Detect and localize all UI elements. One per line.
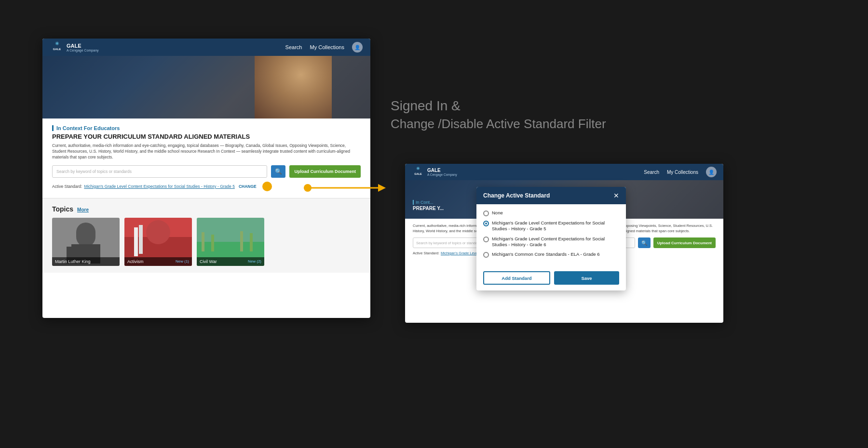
mlk-label: Martin Luther King [52, 257, 120, 266]
modal-close-button[interactable]: ✕ [613, 192, 619, 199]
add-standard-button[interactable]: Add Standard [483, 271, 550, 285]
radio-option-1[interactable]: Michigan's Grade Level Content Expectati… [483, 220, 619, 232]
modal-header: Change Active Standard ✕ [476, 187, 626, 204]
radio-option-none[interactable]: None [483, 210, 619, 216]
radio-option1-circle[interactable] [483, 221, 489, 226]
hero-person-image [255, 56, 332, 119]
radio-none-label: None [492, 210, 503, 216]
search-input-display[interactable]: Search by keyword of topics or standards [52, 165, 267, 178]
activism-new-link[interactable]: New (1) [176, 259, 189, 264]
right-gale-logo: ✳ GALE GALE A Cengage Company [412, 166, 457, 178]
nav-links: Search My Collections 👤 [285, 42, 363, 53]
civil-war-label: Civil War New (2) [197, 257, 264, 266]
white-section: Topics More Martin Luther King [42, 198, 370, 273]
active-standard-link[interactable]: Michigan's Grade Level Content Expectati… [84, 184, 235, 189]
nav-search-link[interactable]: Search [285, 44, 302, 50]
search-button[interactable]: 🔍 [271, 165, 285, 178]
topics-header: Topics More [52, 205, 361, 213]
arrow-container [304, 178, 400, 198]
gale-logo-text: GALE A Cengage Company [67, 43, 99, 52]
svg-text:GALE: GALE [414, 172, 422, 175]
mlk-title: Martin Luther King [55, 259, 91, 264]
label-line2: Change /Disable Active Standard Filter [391, 115, 606, 132]
topic-card-civil-war[interactable]: Civil War New (2) [197, 218, 264, 266]
svg-text:✳: ✳ [416, 166, 420, 171]
topic-cards: Martin Luther King Activism New (1) [52, 218, 361, 266]
active-standard-label: Active Standard: [52, 184, 82, 189]
right-logo-text: GALE A Cengage Company [427, 168, 457, 176]
right-search-button[interactable]: 🔍 [638, 237, 651, 248]
radio-option3-label: Michigan's Common Core Standards - ELA -… [492, 251, 600, 257]
modal-title: Change Active Standard [483, 192, 550, 199]
gale-logo-icon: ✳ GALE [50, 40, 64, 54]
hero-body-text: Current, authoritative, media-rich infor… [52, 143, 361, 160]
right-nav: ✳ GALE GALE A Cengage Company Search My … [405, 164, 723, 180]
arrow-head [378, 184, 386, 192]
right-nav-search[interactable]: Search [644, 170, 659, 175]
civil-war-new-link[interactable]: New (2) [248, 259, 261, 264]
change-button-left[interactable]: CHANGE [239, 184, 257, 189]
topic-card-mlk[interactable]: Martin Luther King [52, 218, 120, 266]
svg-point-11 [146, 220, 170, 244]
right-headline-partial: PREPARE Y... [413, 206, 444, 211]
radio-none-circle[interactable] [483, 211, 489, 216]
topics-more-link[interactable]: More [77, 207, 89, 212]
right-nav-links: Search My Collections 👤 [644, 167, 717, 177]
search-row: Search by keyword of topics or standards… [52, 165, 361, 178]
right-hero-text-area: In Cont... PREPARE Y... [413, 200, 444, 211]
right-active-label: Active Standard: [413, 251, 439, 255]
right-nav-avatar[interactable]: 👤 [706, 167, 717, 177]
activism-label: Activism New (1) [124, 257, 192, 266]
modal-body: None Michigan's Grade Level Content Expe… [476, 204, 626, 267]
svg-text:GALE: GALE [53, 48, 61, 51]
radio-option-2[interactable]: Michigan's Grade Level Content Expectati… [483, 236, 619, 248]
topics-title: Topics [52, 205, 73, 213]
arrow-line [304, 187, 381, 189]
change-highlight-circle [262, 182, 272, 191]
radio-option2-label: Michigan's Grade Level Content Expectati… [492, 236, 619, 248]
radio-option2-circle[interactable] [483, 237, 489, 242]
gale-logo: ✳ GALE GALE A Cengage Company [50, 40, 99, 54]
radio-option-3[interactable]: Michigan's Common Core Standards - ELA -… [483, 251, 619, 258]
activism-title: Activism [127, 259, 144, 264]
svg-text:✳: ✳ [55, 41, 59, 46]
nav-avatar[interactable]: 👤 [352, 42, 363, 53]
radio-option1-label: Michigan's Grade Level Content Expectati… [492, 220, 619, 232]
right-nav-collections[interactable]: My Collections [667, 170, 698, 175]
hero-image [42, 56, 370, 119]
section-tag: In Context For Educators [52, 125, 361, 131]
left-nav: ✳ GALE GALE A Cengage Company Search My … [42, 39, 370, 56]
svg-rect-17 [250, 233, 253, 251]
right-upload-button[interactable]: Upload Curriculum Document [653, 237, 716, 248]
svg-rect-4 [76, 223, 95, 247]
change-standard-modal: Change Active Standard ✕ None Michigan's… [476, 187, 626, 290]
label-text: Signed In & Change /Disable Active Stand… [391, 96, 606, 133]
svg-rect-14 [202, 232, 204, 251]
radio-option3-circle[interactable] [483, 252, 489, 258]
modal-footer: Add Standard Save [476, 267, 626, 290]
nav-collections-link[interactable]: My Collections [310, 44, 344, 50]
svg-rect-15 [211, 235, 214, 251]
civil-war-title: Civil War [200, 259, 217, 264]
label-line1: Signed In & [391, 96, 606, 115]
right-gale-logo-icon: ✳ GALE [412, 166, 424, 178]
svg-rect-9 [134, 227, 138, 256]
main-headline: PREPARE YOUR CURRICULUM STANDARD ALIGNED… [52, 133, 361, 140]
svg-rect-10 [139, 225, 143, 254]
save-button[interactable]: Save [554, 271, 619, 285]
svg-rect-16 [240, 231, 243, 251]
topic-card-activism[interactable]: Activism New (1) [124, 218, 192, 266]
right-section-tag: In Cont... [413, 200, 444, 205]
upload-button[interactable]: Upload Curriculum Document [289, 165, 361, 178]
